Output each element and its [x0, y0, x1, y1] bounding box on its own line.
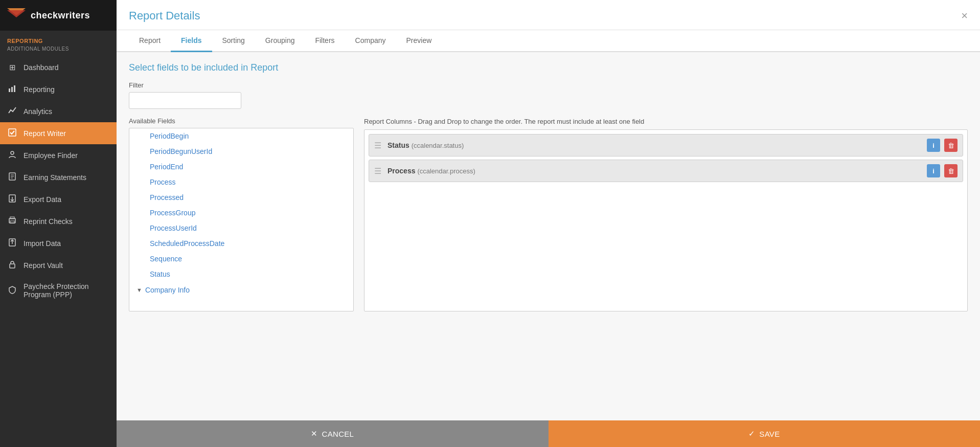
- sidebar-item-label: Export Data: [24, 195, 61, 204]
- field-item-period-begun-userid[interactable]: PeriodBegunUserId: [129, 144, 353, 159]
- tab-sorting[interactable]: Sorting: [212, 30, 255, 52]
- sidebar-item-import-data[interactable]: Import Data: [0, 232, 117, 254]
- field-item-process-userid[interactable]: ProcessUserId: [129, 220, 353, 236]
- tab-fields[interactable]: Fields: [171, 30, 212, 52]
- sidebar-header: checkwriters: [0, 0, 117, 31]
- report-columns-list: ☰ Status (ccalendar.status) i 🗑 ☰: [364, 129, 968, 311]
- field-group-company-info[interactable]: ▼ Company Info: [129, 282, 353, 298]
- sidebar-item-reprint-checks[interactable]: Reprint Checks: [0, 210, 117, 232]
- field-item-period-begin[interactable]: PeriodBegin: [129, 128, 353, 144]
- field-item-process-group[interactable]: ProcessGroup: [129, 205, 353, 220]
- fields-layout: Available Fields PeriodBegin PeriodBegun…: [129, 117, 968, 311]
- filter-input[interactable]: [129, 92, 241, 109]
- sidebar-item-reporting[interactable]: Reporting: [0, 78, 117, 100]
- sidebar-sub-label: ADDITIONAL MODULES: [0, 46, 117, 57]
- tab-report[interactable]: Report: [129, 30, 171, 52]
- svg-rect-2: [9, 88, 10, 92]
- app-name: checkwriters: [31, 10, 90, 21]
- sidebar-item-label: Report Vault: [24, 261, 63, 270]
- sidebar-item-label: Reprint Checks: [24, 217, 73, 226]
- cancel-label: CANCEL: [322, 430, 354, 438]
- save-button[interactable]: ✓ SAVE: [549, 420, 981, 447]
- column-field-path: (ccalendar.process): [417, 167, 475, 175]
- modal-close-button[interactable]: ×: [961, 10, 968, 21]
- field-item-scheduled-process-date[interactable]: ScheduledProcessDate: [129, 236, 353, 251]
- sidebar-item-label: Earning Statements: [24, 173, 86, 182]
- tab-preview[interactable]: Preview: [396, 30, 442, 52]
- modal-footer: ✕ CANCEL ✓ SAVE: [117, 420, 980, 447]
- cancel-icon: ✕: [311, 429, 317, 438]
- report-columns-panel: Report Columns - Drag and Drop to change…: [364, 117, 968, 311]
- field-item-period-end[interactable]: PeriodEnd: [129, 159, 353, 174]
- drag-handle-icon: ☰: [374, 166, 381, 176]
- filter-label: Filter: [129, 81, 968, 89]
- sidebar-item-label: Dashboard: [24, 63, 59, 72]
- svg-rect-4: [14, 85, 15, 92]
- modal-title: Report Details: [129, 9, 200, 23]
- sidebar-section-reporting: Reporting: [0, 31, 117, 46]
- column-info-button[interactable]: i: [927, 139, 940, 152]
- report-columns-label: Report Columns - Drag and Drop to change…: [364, 117, 968, 126]
- tab-company[interactable]: Company: [345, 30, 396, 52]
- modal-overlay: Report Details × Report Fields Sorting G…: [117, 0, 980, 447]
- available-fields-panel: Available Fields PeriodBegin PeriodBegun…: [129, 117, 354, 311]
- tab-grouping[interactable]: Grouping: [255, 30, 305, 52]
- available-fields-list[interactable]: PeriodBegin PeriodBegunUserId PeriodEnd …: [129, 128, 354, 311]
- sidebar-item-dashboard[interactable]: ⊞ Dashboard: [0, 57, 117, 78]
- column-field-path: (ccalendar.status): [412, 142, 464, 149]
- svg-marker-1: [7, 10, 26, 17]
- modal-body: Select fields to be included in Report F…: [117, 52, 980, 420]
- report-writer-icon: [7, 128, 17, 138]
- sidebar-item-label: Report Writer: [24, 129, 66, 138]
- svg-point-6: [11, 151, 14, 154]
- import-data-icon: [7, 238, 17, 248]
- sidebar-item-label: Paycheck Protection Program (PPP): [24, 282, 109, 299]
- svg-rect-5: [9, 129, 16, 136]
- earning-statements-icon: [7, 172, 17, 182]
- field-group-label: Company Info: [145, 286, 190, 294]
- sidebar-item-label: Employee Finder: [24, 151, 78, 160]
- main-area: Report W 65 RESULTS View ✎ 👁 ✎ 👁 ✎ 👁 ✎ 👁…: [117, 0, 980, 447]
- svg-rect-3: [11, 87, 13, 92]
- export-data-icon: [7, 194, 17, 204]
- tab-filters[interactable]: Filters: [305, 30, 345, 52]
- column-field-name: Process: [388, 167, 417, 175]
- field-item-status[interactable]: Status: [129, 266, 353, 282]
- sidebar-item-analytics[interactable]: Analytics: [0, 100, 117, 122]
- column-remove-button[interactable]: 🗑: [944, 164, 958, 177]
- column-remove-button[interactable]: 🗑: [944, 139, 958, 152]
- svg-rect-18: [10, 264, 15, 268]
- field-item-process[interactable]: Process: [129, 174, 353, 190]
- sidebar-item-employee-finder[interactable]: Employee Finder: [0, 144, 117, 166]
- sidebar-item-report-vault[interactable]: Report Vault: [0, 254, 117, 276]
- employee-finder-icon: [7, 150, 17, 160]
- sidebar-item-earning-statements[interactable]: Earning Statements: [0, 166, 117, 188]
- drag-handle-icon: ☰: [374, 141, 381, 150]
- report-vault-icon: [7, 260, 17, 270]
- save-label: SAVE: [759, 430, 780, 438]
- field-item-sequence[interactable]: Sequence: [129, 251, 353, 266]
- paycheck-protection-icon: [7, 286, 17, 296]
- column-info-button[interactable]: i: [927, 164, 940, 177]
- chevron-down-icon: ▼: [136, 287, 142, 293]
- sidebar-item-label: Reporting: [24, 85, 55, 94]
- sidebar-item-label: Analytics: [24, 107, 52, 116]
- column-item-status[interactable]: ☰ Status (ccalendar.status) i 🗑: [369, 134, 963, 157]
- column-field-name: Status: [388, 141, 412, 149]
- fields-section-title: Select fields to be included in Report: [129, 62, 968, 73]
- sidebar: checkwriters Reporting ADDITIONAL MODULE…: [0, 0, 117, 447]
- sidebar-item-label: Import Data: [24, 239, 61, 248]
- sidebar-item-export-data[interactable]: Export Data: [0, 188, 117, 210]
- sidebar-item-paycheck-protection[interactable]: Paycheck Protection Program (PPP): [0, 276, 117, 305]
- field-item-processed[interactable]: Processed: [129, 190, 353, 205]
- reporting-icon: [7, 84, 17, 94]
- column-item-process[interactable]: ☰ Process (ccalendar.process) i 🗑: [369, 160, 963, 182]
- cancel-button[interactable]: ✕ CANCEL: [117, 420, 549, 447]
- modal-tabs: Report Fields Sorting Grouping Filters C…: [117, 30, 980, 52]
- available-fields-label: Available Fields: [129, 117, 354, 125]
- analytics-icon: [7, 106, 17, 116]
- dashboard-icon: ⊞: [7, 63, 17, 72]
- reprint-checks-icon: [7, 216, 17, 226]
- checkwriters-logo-icon: [7, 8, 26, 23]
- sidebar-item-report-writer[interactable]: Report Writer: [0, 122, 117, 144]
